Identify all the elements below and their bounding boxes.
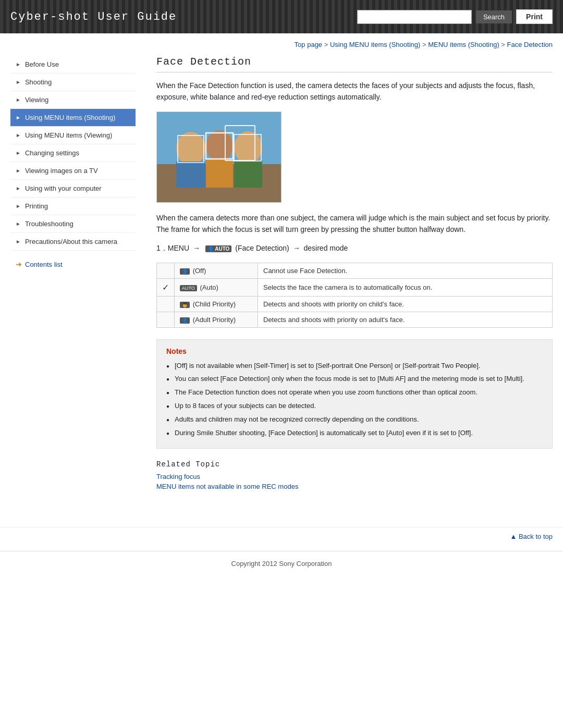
sidebar-item-viewing[interactable]: ► Viewing xyxy=(10,91,136,109)
breadcrumb: Top page > Using MENU items (Shooting) >… xyxy=(0,33,563,56)
back-to-top-label: ▲ Back to top xyxy=(510,533,553,540)
breadcrumb-sep-1: > xyxy=(324,41,330,48)
step-text: 1．MENU → 👤 AUTO (Face Detection) → desir… xyxy=(156,244,553,253)
svg-rect-3 xyxy=(176,162,205,188)
related-topic-title: Related Topic xyxy=(156,460,553,468)
sidebar-label-using-menu-shooting: Using MENU items (Shooting) xyxy=(25,114,115,121)
table-row: ✓ AUTO (Auto) Selects the face the camer… xyxy=(157,278,553,296)
list-item: You can select [Face Detection] only whe… xyxy=(166,374,543,385)
off-label: (Off) xyxy=(193,267,206,275)
table-cell-icon: 👤 (Off) xyxy=(175,263,258,278)
site-title: Cyber-shot User Guide xyxy=(10,10,177,23)
arrow-right-icon: ➔ xyxy=(16,260,22,268)
sidebar-item-using-menu-shooting[interactable]: ► Using MENU items (Shooting) xyxy=(10,109,136,127)
auto-label: (Auto) xyxy=(200,283,218,291)
sidebar-item-precautions[interactable]: ► Precautions/About this camera xyxy=(10,233,136,251)
sidebar-label-using-menu-viewing: Using MENU items (Viewing) xyxy=(25,131,112,139)
intro-text: When the Face Detection function is used… xyxy=(156,80,553,103)
sidebar-item-shooting[interactable]: ► Shooting xyxy=(10,73,136,91)
header: Cyber-shot User Guide Search Print xyxy=(0,0,563,33)
checkmark-icon: ✓ xyxy=(162,283,169,292)
sidebar: ► Before Use ► Shooting ► Viewing ► Usin… xyxy=(10,56,146,522)
table-cell-check xyxy=(157,296,175,312)
photo-overlay xyxy=(157,112,282,203)
related-topic: Related Topic Tracking focus MENU items … xyxy=(156,460,553,490)
search-button[interactable]: Search xyxy=(476,10,512,23)
table-cell-check: ✓ xyxy=(157,278,175,296)
svg-point-6 xyxy=(234,131,262,164)
description-text: When the camera detects more than one su… xyxy=(156,212,553,236)
sidebar-item-using-menu-viewing[interactable]: ► Using MENU items (Viewing) xyxy=(10,127,136,144)
related-link-menu-items-rec[interactable]: MENU items not available in some REC mod… xyxy=(156,483,553,490)
notes-section: Notes [Off] is not available when [Self-… xyxy=(156,339,553,449)
breadcrumb-sep-2: > xyxy=(422,41,428,48)
chevron-right-icon: ► xyxy=(16,186,21,191)
options-table: 👤 (Off) Cannot use Face Detection. ✓ AUT… xyxy=(156,263,553,328)
sidebar-label-printing: Printing xyxy=(25,202,48,210)
sidebar-label-viewing: Viewing xyxy=(25,96,48,104)
breadcrumb-link-top[interactable]: Top page xyxy=(295,41,323,48)
chevron-right-icon: ► xyxy=(16,79,21,85)
main-content: Face Detection When the Face Detection f… xyxy=(146,56,553,522)
table-cell-desc: Detects and shoots with priority on adul… xyxy=(258,312,553,327)
chevron-right-icon: ► xyxy=(16,203,21,209)
child-priority-icon: 👦 xyxy=(180,302,190,308)
contents-list-link[interactable]: ➔ Contents list xyxy=(10,257,136,272)
chevron-right-icon: ► xyxy=(16,61,21,67)
list-item: [Off] is not available when [Self-Timer]… xyxy=(166,361,543,372)
svg-point-2 xyxy=(176,132,205,165)
table-cell-desc: Selects the face the camera is to automa… xyxy=(258,278,553,296)
svg-rect-5 xyxy=(206,159,233,188)
sidebar-item-before-use[interactable]: ► Before Use xyxy=(10,56,136,73)
chevron-right-icon: ► xyxy=(16,150,21,156)
table-cell-check xyxy=(157,312,175,327)
adult-priority-icon: 👤 xyxy=(180,317,190,324)
list-item: The Face Detection function does not ope… xyxy=(166,387,543,398)
sidebar-label-before-use: Before Use xyxy=(25,60,59,68)
sidebar-label-precautions: Precautions/About this camera xyxy=(25,238,117,245)
chevron-right-icon: ► xyxy=(16,115,21,120)
table-cell-desc: Cannot use Face Detection. xyxy=(258,263,553,278)
sidebar-label-shooting: Shooting xyxy=(25,78,52,86)
breadcrumb-sep-3: > xyxy=(501,41,507,48)
svg-point-4 xyxy=(206,130,233,162)
child-priority-label: (Child Priority) xyxy=(193,300,236,308)
main-layout: ► Before Use ► Shooting ► Viewing ► Usin… xyxy=(0,56,563,522)
sidebar-item-viewing-images-tv[interactable]: ► Viewing images on a TV xyxy=(10,162,136,180)
notes-title: Notes xyxy=(166,347,543,355)
breadcrumb-link-menu-items[interactable]: MENU items (Shooting) xyxy=(428,41,499,48)
print-button[interactable]: Print xyxy=(516,9,553,24)
adult-priority-label: (Adult Priority) xyxy=(193,316,236,324)
face-detection-photo xyxy=(156,112,282,203)
chevron-right-icon: ► xyxy=(16,239,21,244)
table-cell-icon: AUTO (Auto) xyxy=(175,278,258,296)
search-input[interactable] xyxy=(357,10,472,24)
sidebar-label-using-with-computer: Using with your computer xyxy=(25,184,102,192)
breadcrumb-link-face-detection[interactable]: Face Detection xyxy=(507,41,553,48)
footer: Copyright 2012 Sony Corporation xyxy=(0,551,563,576)
table-row: 👦 (Child Priority) Detects and shoots wi… xyxy=(157,296,553,312)
page-title: Face Detection xyxy=(156,56,553,72)
table-cell-icon: 👤 (Adult Priority) xyxy=(175,312,258,327)
sidebar-item-using-with-computer[interactable]: ► Using with your computer xyxy=(10,180,136,198)
sidebar-item-printing[interactable]: ► Printing xyxy=(10,198,136,215)
table-cell-check xyxy=(157,263,175,278)
sidebar-label-changing-settings: Changing settings xyxy=(25,149,79,157)
related-link-tracking-focus[interactable]: Tracking focus xyxy=(156,473,553,480)
sidebar-label-viewing-images-tv: Viewing images on a TV xyxy=(25,167,98,175)
back-to-top-link[interactable]: ▲ Back to top xyxy=(0,527,563,546)
table-cell-icon: 👦 (Child Priority) xyxy=(175,296,258,312)
arrow-icon-2: → xyxy=(293,244,300,252)
list-item: During Smile Shutter shooting, [Face Det… xyxy=(166,428,543,439)
footer-copyright: Copyright 2012 Sony Corporation xyxy=(231,560,332,567)
breadcrumb-link-menu-shooting[interactable]: Using MENU items (Shooting) xyxy=(330,41,420,48)
off-icon: 👤 xyxy=(180,268,190,275)
table-row: 👤 (Adult Priority) Detects and shoots wi… xyxy=(157,312,553,327)
table-cell-desc: Detects and shoots with priority on chil… xyxy=(258,296,553,312)
sidebar-item-troubleshooting[interactable]: ► Troubleshooting xyxy=(10,215,136,233)
sidebar-item-changing-settings[interactable]: ► Changing settings xyxy=(10,144,136,162)
header-controls: Search Print xyxy=(357,9,553,24)
chevron-right-icon: ► xyxy=(16,132,21,138)
chevron-right-icon: ► xyxy=(16,97,21,103)
chevron-right-icon: ► xyxy=(16,221,21,227)
